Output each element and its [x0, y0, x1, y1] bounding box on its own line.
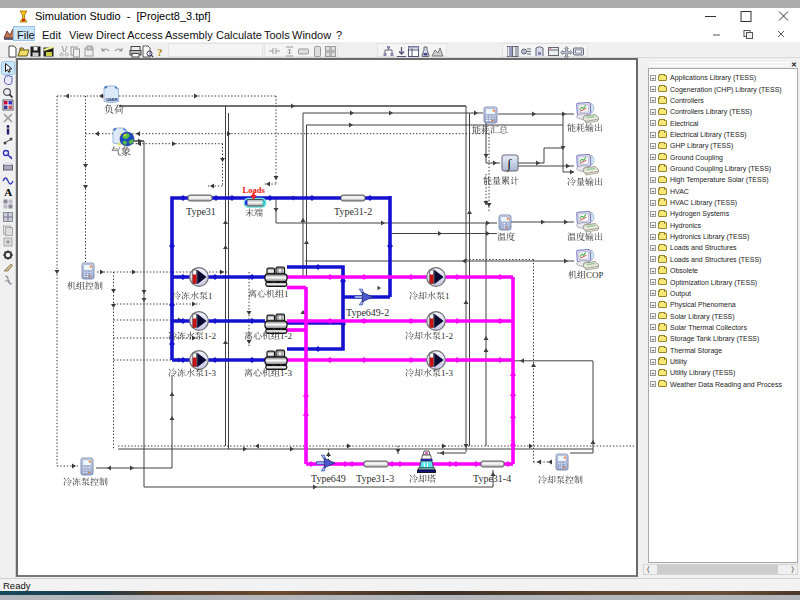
svg-text:1-3: 1-3	[280, 368, 292, 378]
svg-text:1: 1	[208, 291, 213, 301]
svg-text:Type649: Type649	[311, 473, 346, 484]
svg-text:Type649-2: Type649-2	[346, 307, 389, 318]
svg-text:Type31-4: Type31-4	[473, 473, 511, 484]
svg-text:A: A	[4, 186, 12, 198]
svg-text:Type31: Type31	[186, 206, 216, 217]
svg-text:?: ?	[157, 46, 163, 58]
svg-text:1: 1	[284, 289, 289, 299]
svg-text:1-2: 1-2	[204, 331, 216, 341]
svg-text:COP: COP	[586, 270, 604, 280]
svg-text:1-3: 1-3	[441, 368, 453, 378]
svg-text:Type31-2: Type31-2	[334, 206, 372, 217]
svg-text:1-3: 1-3	[204, 368, 216, 378]
svg-text:Type31-3: Type31-3	[356, 473, 394, 484]
svg-text:1: 1	[445, 291, 450, 301]
svg-text:1-2: 1-2	[280, 331, 292, 341]
svg-text:1-2: 1-2	[441, 331, 453, 341]
svg-text:USER: USER	[106, 97, 117, 102]
